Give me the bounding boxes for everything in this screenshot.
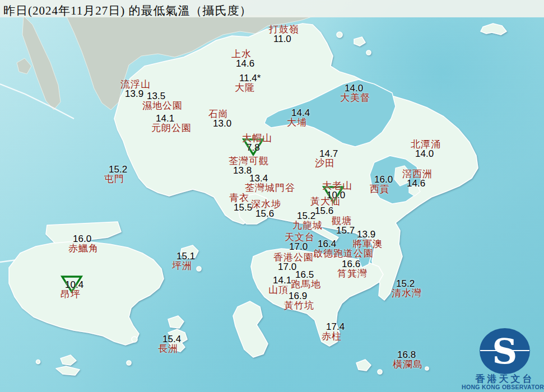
- station-min-temperature: 15.2: [297, 211, 323, 221]
- station-min-temperature: 14.0: [415, 149, 441, 158]
- station-min-temperature: 14.6: [236, 59, 254, 68]
- station-label: 14.1元朗公園: [151, 114, 192, 133]
- station-name: 赤柱: [322, 332, 345, 341]
- station-label: 15.2九龍城: [292, 211, 323, 230]
- station-min-temperature: 7.8: [247, 143, 272, 152]
- station-min-temperature: 16.5: [295, 270, 321, 279]
- station-label: 北潭涌14.0: [411, 139, 441, 158]
- station-name: 沙田: [315, 158, 338, 168]
- station-label: 16.8橫瀾島: [393, 350, 423, 369]
- hko-min-temperature-map: S 香港天文台 HONG KONG OBSERVATORY 打鼓嶺11.0上水1…: [0, 0, 544, 392]
- station-name: 九龍城: [292, 221, 323, 230]
- station-min-temperature: 17.4: [326, 322, 345, 332]
- station-label: 滘西洲14.6: [402, 169, 433, 188]
- station-name: 筲箕灣: [337, 269, 368, 278]
- station-name: 打鼓嶺: [269, 25, 299, 34]
- station-label: 15.2清水灣: [392, 279, 422, 298]
- station-name: 西貢: [370, 184, 393, 194]
- station-min-temperature: 16.9: [289, 291, 314, 301]
- station-min-temperature: 14.1: [273, 276, 291, 285]
- station-name: 清水灣: [392, 288, 422, 298]
- station-min-temperature: 15.6: [255, 209, 281, 218]
- station-name: 荃灣城門谷: [245, 183, 295, 193]
- station-min-temperature: 15.2: [109, 165, 127, 174]
- station-name: 大老山: [322, 181, 352, 190]
- station-label: 15.2屯門: [104, 165, 127, 184]
- station-min-temperature: 16.6: [342, 259, 368, 269]
- station-name: 大埔: [287, 118, 310, 127]
- station-label: 深水埗15.6: [251, 199, 281, 218]
- station-label: 天文台17.0: [285, 232, 315, 251]
- station-name: 大隴: [235, 83, 261, 92]
- station-name: 赤鱲角: [68, 244, 99, 253]
- station-min-temperature: 14.7: [319, 149, 338, 158]
- station-label: 打鼓嶺11.0: [269, 25, 299, 44]
- station-name: 屯門: [104, 174, 127, 184]
- station-label: 觀塘15.7: [332, 216, 355, 235]
- station-min-temperature: 15.2: [396, 279, 422, 288]
- station-name: 黃大仙: [310, 197, 341, 206]
- station-min-temperature: 16.4: [318, 239, 374, 249]
- station-name: 深水埗: [251, 199, 281, 209]
- station-min-temperature: 14.0: [345, 83, 370, 93]
- station-min-temperature: 13.5: [147, 91, 183, 101]
- station-label: 13.5濕地公園: [142, 91, 183, 110]
- station-min-temperature: 15.1: [176, 251, 195, 261]
- station-name: 滘西洲: [402, 169, 433, 179]
- station-name: 石崗: [208, 109, 231, 119]
- station-min-temperature: 11.4*: [239, 73, 261, 83]
- station-min-temperature: 10.4: [65, 280, 83, 290]
- station-min-temperature: 15.5: [234, 203, 252, 212]
- station-name: 坪洲: [172, 261, 195, 270]
- station-label: 17.4赤柱: [322, 322, 345, 341]
- station-min-temperature: 16.0: [73, 234, 99, 244]
- station-label: 14.0大美督: [340, 83, 370, 102]
- station-min-temperature: 13.9: [357, 230, 383, 239]
- station-label: 13.4荃灣城門谷: [245, 174, 295, 193]
- station-label: 16.0赤鱲角: [68, 234, 99, 253]
- station-label: 15.1坪洲: [172, 251, 195, 270]
- station-label: 大帽山7.8: [242, 133, 272, 152]
- station-name: 元朗公園: [151, 123, 192, 133]
- station-label: 青衣15.5: [229, 193, 252, 212]
- station-min-temperature: 15.4: [162, 334, 181, 344]
- station-name: 大美督: [340, 93, 370, 102]
- station-min-temperature: 16.8: [397, 350, 423, 360]
- station-min-temperature: 14.1: [156, 114, 192, 123]
- station-name: 長洲: [158, 344, 181, 353]
- station-label: 10.4昂坪: [61, 280, 83, 299]
- station-name: 大帽山: [242, 133, 272, 143]
- station-label: 14.7沙田: [315, 149, 338, 168]
- station-label: 荃灣可觀13.8: [229, 156, 269, 175]
- station-name: 黃竹坑: [284, 301, 314, 310]
- station-min-temperature: 16.0: [374, 175, 393, 184]
- station-name: 北潭涌: [411, 139, 441, 149]
- station-name: 香港公園: [273, 253, 314, 262]
- station-name: 青衣: [229, 193, 252, 203]
- station-name: 濕地公園: [142, 101, 183, 110]
- station-name: 流浮山: [120, 80, 151, 89]
- station-label: 14.4大埔: [287, 108, 310, 127]
- station-label: 16.4啟德跑道公園: [313, 239, 374, 258]
- station-label: 香港公園17.0: [273, 253, 314, 272]
- station-label: 16.6筲箕灣: [337, 259, 368, 278]
- station-name: 天文台: [285, 232, 315, 242]
- station-name: 橫瀾島: [393, 360, 423, 369]
- station-min-temperature: 14.6: [407, 179, 433, 188]
- station-min-temperature: 13.4: [249, 174, 295, 183]
- station-label: 16.9黃竹坑: [284, 291, 314, 310]
- station-name: 上水: [231, 49, 254, 59]
- station-label: 11.4*大隴: [235, 73, 261, 92]
- station-min-temperature: 11.0: [273, 34, 299, 44]
- station-label: 上水14.6: [231, 49, 254, 68]
- station-labels-layer: 打鼓嶺11.0上水14.611.4*大隴14.0大美督流浮山13.913.5濕地…: [0, 0, 544, 392]
- page-title: 昨日(2024年11月27日) 的最低氣溫（攝氏度）: [3, 3, 252, 18]
- station-label: 石崗13.0: [208, 109, 231, 128]
- station-label: 16.0西貢: [370, 175, 393, 194]
- station-min-temperature: 14.4: [291, 108, 310, 118]
- station-name: 跑馬地: [291, 279, 321, 289]
- station-label: 16.5跑馬地: [291, 270, 321, 289]
- station-name: 啟德跑道公園: [313, 249, 374, 258]
- station-name: 觀塘: [332, 216, 355, 226]
- station-name: 昂坪: [61, 290, 83, 299]
